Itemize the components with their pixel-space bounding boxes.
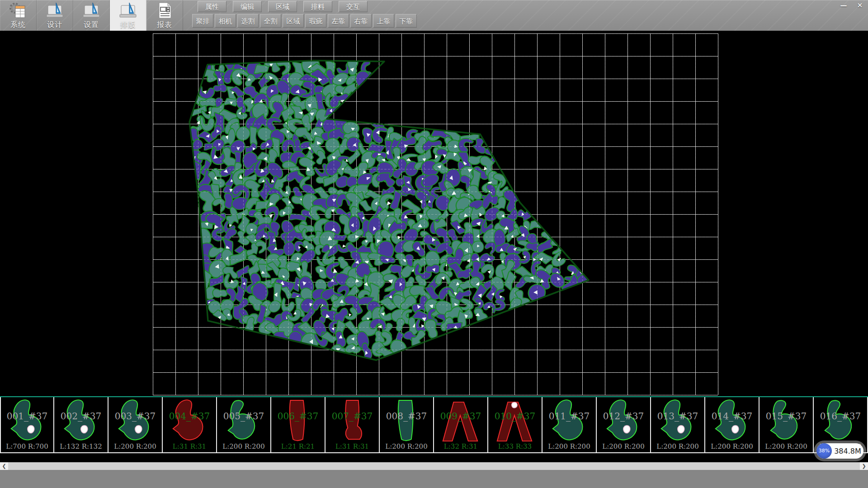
nav-button-design[interactable]: 设计: [37, 0, 73, 31]
piece-shape: [167, 399, 212, 444]
piece-lr-count: L:31 R:31: [326, 442, 379, 450]
piece-name: 003_#37: [108, 411, 162, 422]
piece-name: 015_#37: [760, 411, 813, 422]
nesting-ruler-icon: [118, 1, 138, 20]
nav-label: 排版: [110, 20, 146, 30]
tool-defect[interactable]: 瑕疵: [305, 14, 326, 28]
piece-name: 008_#37: [380, 411, 433, 422]
horizontal-scrollbar[interactable]: ❮ ❯: [0, 462, 868, 470]
piece-lr-count: L:200 R:200: [651, 442, 704, 450]
piece-shape: [656, 399, 700, 444]
piece-thumbnail[interactable]: 006_#37L:21 R:21: [271, 397, 326, 452]
nav-button-nesting[interactable]: 排版: [110, 0, 146, 31]
piece-lr-count: L:200 R:200: [108, 442, 162, 450]
nav-button-settings[interactable]: 设置: [73, 0, 110, 31]
tool-align-right[interactable]: 右靠: [350, 14, 372, 28]
piece-name: 006_#37: [271, 411, 325, 422]
piece-lr-count: L:200 R:200: [217, 442, 270, 450]
piece-shape: [59, 399, 103, 444]
piece-thumbnail[interactable]: 011_#37L:200 R:200: [542, 397, 597, 452]
piece-thumbnail[interactable]: 010_#37L:33 R:33: [488, 397, 542, 452]
scrollbar-track[interactable]: [8, 462, 860, 470]
close-button[interactable]: ✕: [853, 0, 867, 10]
menu-tabs: 属性 编辑 区域 排料 交互: [198, 1, 368, 12]
piece-name: 001_#37: [1, 411, 53, 422]
piece-shape: [222, 399, 266, 444]
tab-properties[interactable]: 属性: [198, 1, 226, 12]
piece-thumbnail[interactable]: 014_#37L:200 R:200: [705, 397, 760, 452]
piece-name: 010_#37: [488, 411, 542, 422]
piece-thumbnail-strip: 001_#37L:700 R:700002_#37L:132 R:132003_…: [0, 396, 868, 453]
report-doc-icon: [155, 1, 175, 20]
strip-gap: [0, 453, 868, 462]
piece-shape: [439, 399, 483, 444]
piece-shape: [493, 399, 537, 444]
design-ruler-icon: [45, 1, 65, 20]
status-badge: 38% 384.8M: [816, 443, 863, 459]
piece-name: 002_#37: [54, 411, 108, 422]
piece-shape: [276, 399, 320, 444]
piece-lr-count: L:32 R:31: [434, 442, 487, 450]
scroll-right-icon[interactable]: ❯: [860, 462, 868, 470]
piece-name: 016_#37: [814, 411, 867, 422]
piece-name: 009_#37: [434, 411, 487, 422]
bottom-bar: [0, 470, 868, 488]
memory-value: 384.8M: [832, 447, 863, 455]
piece-lr-count: L:33 R:33: [488, 442, 542, 450]
tab-nesting[interactable]: 排料: [303, 1, 332, 12]
piece-shape: [710, 399, 754, 444]
piece-thumbnail[interactable]: 007_#37L:31 R:31: [326, 397, 380, 452]
nesting-canvas[interactable]: [0, 31, 868, 397]
nav-label: 系统: [0, 20, 36, 30]
piece-shape: [5, 399, 50, 444]
piece-thumbnail[interactable]: 001_#37L:700 R:700: [0, 397, 54, 452]
piece-shape: [384, 399, 429, 444]
piece-thumbnail[interactable]: 008_#37L:200 R:200: [380, 397, 434, 452]
piece-shape: [818, 399, 863, 444]
tool-camera[interactable]: 相机: [215, 14, 236, 28]
piece-lr-count: L:200 R:200: [705, 442, 759, 450]
piece-thumbnail[interactable]: 002_#37L:132 R:132: [54, 397, 108, 452]
main-nav: 系统 设计 设置: [0, 0, 183, 31]
tool-region[interactable]: 区域: [283, 14, 304, 28]
tab-region[interactable]: 区域: [268, 1, 297, 12]
piece-name: 005_#37: [217, 411, 270, 422]
nav-button-system[interactable]: 系统: [0, 0, 37, 31]
nav-label: 设计: [37, 20, 73, 30]
tool-cluster-nest[interactable]: 聚排: [192, 14, 213, 28]
nav-button-report[interactable]: 报表: [146, 0, 183, 31]
piece-thumbnail[interactable]: 013_#37L:200 R:200: [651, 397, 705, 452]
piece-lr-count: L:31 R:31: [163, 442, 216, 450]
system-gear-icon: [8, 1, 28, 20]
piece-name: 012_#37: [597, 411, 650, 422]
window-controls: — ✕: [837, 0, 867, 10]
piece-thumbnail[interactable]: 003_#37L:200 R:200: [108, 397, 163, 452]
tab-interactive[interactable]: 交互: [339, 1, 368, 12]
tool-align-top[interactable]: 上靠: [373, 14, 394, 28]
piece-name: 011_#37: [542, 411, 596, 422]
piece-lr-count: L:200 R:200: [542, 442, 596, 450]
tool-cut-all[interactable]: 全割: [260, 14, 281, 28]
tab-edit[interactable]: 编辑: [233, 1, 262, 12]
piece-name: 007_#37: [326, 411, 379, 422]
piece-shape: [764, 399, 808, 444]
piece-lr-count: L:200 R:200: [597, 442, 650, 450]
piece-name: 014_#37: [705, 411, 759, 422]
piece-thumbnail[interactable]: 012_#37L:200 R:200: [597, 397, 651, 452]
tool-align-left[interactable]: 左靠: [328, 14, 349, 28]
scroll-left-icon[interactable]: ❮: [0, 462, 8, 470]
piece-shape: [547, 399, 591, 444]
piece-thumbnail[interactable]: 009_#37L:32 R:31: [434, 397, 488, 452]
piece-thumbnail[interactable]: 005_#37L:200 R:200: [217, 397, 271, 452]
piece-shape: [601, 399, 646, 444]
minimize-button[interactable]: —: [837, 0, 850, 10]
tool-select-cut[interactable]: 选割: [237, 14, 259, 28]
piece-name: 004_#37: [163, 411, 216, 422]
settings-ruler-icon: [81, 1, 101, 20]
piece-thumbnail[interactable]: 004_#37L:31 R:31: [163, 397, 217, 452]
tool-align-bottom[interactable]: 下靠: [396, 14, 417, 28]
piece-thumbnail[interactable]: 015_#37L:200 R:200: [760, 397, 814, 452]
nav-label: 设置: [73, 20, 109, 30]
progress-percent: 38%: [816, 443, 832, 459]
titlebar: 系统 设计 设置: [0, 0, 868, 31]
